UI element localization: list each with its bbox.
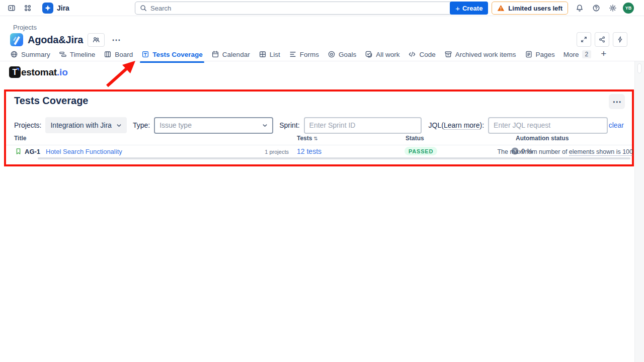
project-title-row: Agoda&Jira ⋯ [10, 33, 123, 47]
jql-label-prefix: JQL( [429, 121, 444, 129]
topbar-left-group: Jira [5, 0, 69, 16]
projects-dropdown[interactable]: Integration with Jira [45, 117, 126, 133]
global-search[interactable] [135, 2, 458, 15]
projects-filter-label: Projects: [14, 121, 41, 129]
issue-title-link[interactable]: Hotel Search Functionality [46, 148, 122, 155]
app-name: Jira [57, 4, 69, 12]
learn-more-link[interactable]: Learn more [444, 121, 480, 130]
fullscreen-button[interactable] [577, 32, 591, 47]
app-switcher-button[interactable] [21, 2, 34, 15]
tab-label: Forms [300, 51, 319, 58]
issue-type-placeholder: Issue type [159, 121, 192, 129]
create-button-label: Create [462, 5, 482, 12]
screen: Jira + Create Limited users left [0, 0, 644, 362]
people-icon [92, 36, 100, 44]
table-header-divider [6, 145, 632, 145]
tab-forms[interactable]: Forms [289, 49, 319, 60]
archive-icon [444, 50, 452, 58]
tab-more[interactable]: More2 [564, 49, 591, 60]
sprint-filter-label: Sprint: [279, 121, 299, 129]
vertical-scrollbar-thumb[interactable] [637, 63, 641, 73]
bell-icon [576, 4, 584, 12]
tab-timeline[interactable]: Timeline [59, 49, 96, 60]
expand-icon [580, 36, 588, 43]
share-button[interactable] [595, 32, 609, 47]
tests-count-link[interactable]: 12 tests [297, 147, 321, 155]
tab-label: Goals [339, 51, 356, 58]
tab-all-work[interactable]: All work [365, 49, 399, 60]
limited-users-warning-button[interactable]: Limited users left [492, 2, 568, 15]
create-button[interactable]: + Create [450, 2, 488, 15]
lightning-icon [616, 36, 624, 43]
tab-label: Calendar [222, 51, 250, 58]
pages-icon [525, 50, 533, 58]
tab-tests-coverage[interactable]: Tests Coverage [141, 49, 203, 60]
column-header-title: Title [14, 135, 26, 142]
ellipsis-icon: ⋯ [112, 35, 120, 45]
tab-label: Summary [21, 51, 50, 58]
tab-label: Archived work items [455, 51, 516, 58]
vertical-scrollbar-track[interactable] [634, 61, 644, 362]
automation-button[interactable] [613, 32, 627, 47]
sidebar-toggle-button[interactable] [5, 2, 18, 15]
help-button[interactable] [590, 2, 603, 15]
share-icon [598, 36, 606, 43]
testomat-logo-domain: .io [57, 67, 68, 78]
tab-archived-work-items[interactable]: Archived work items [444, 49, 516, 60]
tab-label: Code [419, 51, 435, 58]
panel-title: Tests Coverage [14, 95, 88, 107]
horizontal-scrollbar[interactable] [38, 157, 630, 159]
tab-calendar[interactable]: Calendar [211, 49, 250, 60]
tab-board[interactable]: Board [104, 49, 133, 60]
search-icon [140, 5, 147, 12]
status-badge: PASSED [405, 147, 437, 155]
header-actions [577, 32, 627, 47]
column-header-tests-label: Tests [297, 135, 312, 142]
project-avatar [10, 33, 23, 46]
user-avatar[interactable]: YB [623, 3, 634, 14]
clear-filters-link[interactable]: clear [609, 121, 624, 129]
tab-list[interactable]: List [259, 49, 280, 60]
note-underlined-text: elements shown is 100 [569, 148, 633, 156]
panel-more-button[interactable]: ⋯ [609, 94, 625, 109]
sprint-id-input[interactable] [304, 117, 422, 134]
project-members-button[interactable] [88, 33, 105, 47]
testomat-logo-text: estomat [21, 67, 57, 78]
jql-label-suffix: ): [480, 121, 485, 129]
chevron-down-icon [116, 123, 122, 128]
tab-summary[interactable]: Summary [10, 49, 50, 60]
issue-type-select[interactable]: Issue type [154, 117, 273, 134]
board-icon [104, 50, 112, 58]
globe-icon [10, 50, 18, 58]
code-icon [408, 50, 416, 58]
project-more-button[interactable]: ⋯ [109, 36, 123, 44]
breadcrumb[interactable]: Projects [13, 24, 37, 31]
sort-icon: ⇅ [313, 136, 317, 141]
project-tabs: SummaryTimelineBoardTests CoverageCalend… [0, 49, 644, 61]
page-title: Agoda&Jira [28, 34, 83, 46]
jira-home-link[interactable]: Jira [42, 3, 69, 14]
story-bookmark-icon [15, 147, 22, 155]
tab-code[interactable]: Code [408, 49, 435, 60]
list-icon [259, 50, 267, 58]
settings-button[interactable] [606, 2, 619, 15]
jql-request-input[interactable] [488, 117, 608, 134]
warning-triangle-icon [497, 5, 505, 12]
notifications-button[interactable] [573, 2, 586, 15]
tab-pages[interactable]: Pages [525, 49, 555, 60]
goals-icon [328, 50, 336, 58]
add-tab-button[interactable]: + [601, 49, 606, 59]
column-header-tests[interactable]: Tests ⇅ [297, 135, 318, 142]
tab-label: List [270, 51, 280, 58]
table-header: Title Tests ⇅ Status Automation status [6, 135, 632, 145]
tab-goals[interactable]: Goals [328, 49, 356, 60]
table-row: AG-1 Hotel Search Functionality 1 projec… [6, 146, 632, 158]
search-input[interactable] [150, 5, 453, 12]
topbar-right-group: + Create Limited users left YB [450, 0, 634, 16]
note-prefix: The maximum number of [497, 148, 569, 155]
tab-label: Timeline [70, 51, 96, 58]
tab-label: Board [115, 51, 133, 58]
tests-coverage-panel annotation-red-box: Tests Coverage ⋯ Projects: Integration w… [4, 89, 634, 166]
projects-dropdown-value: Integration with Jira [50, 121, 111, 129]
testomat-logo-letter: T [13, 68, 18, 77]
